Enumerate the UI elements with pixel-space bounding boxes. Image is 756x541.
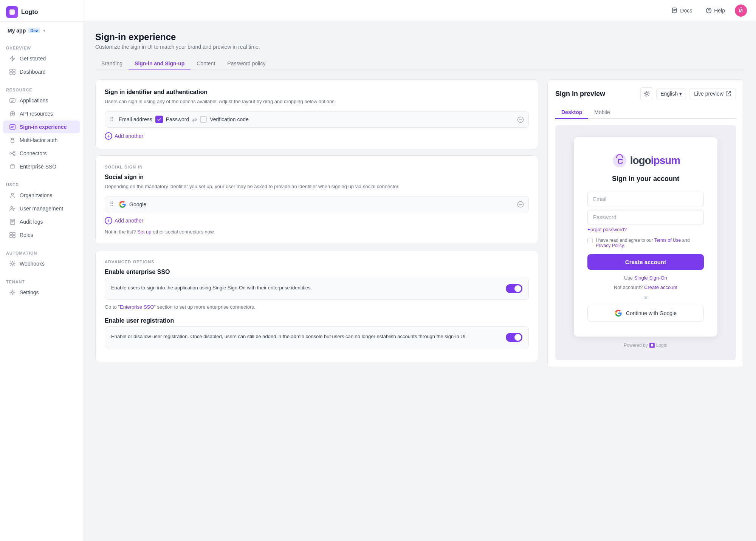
remove-button[interactable] — [517, 116, 524, 124]
sidebar-item-get-started[interactable]: Get started — [3, 52, 80, 65]
add-another-social-button[interactable]: + Add another — [105, 217, 143, 224]
theme-toggle-button[interactable] — [640, 87, 653, 100]
svg-rect-0 — [9, 9, 15, 15]
preview-tab-mobile[interactable]: Mobile — [588, 106, 616, 119]
tab-content[interactable]: Content — [191, 57, 221, 70]
bolt-icon — [9, 55, 16, 62]
topbar: Docs Help Й — [83, 0, 756, 21]
terms-of-use-link[interactable]: Terms of Use — [654, 238, 681, 243]
google-btn-icon — [615, 309, 622, 317]
advanced-options-card: ADVANCED OPTIONS Enable enterprise SSO E… — [95, 250, 538, 362]
sidebar-item-connectors[interactable]: Connectors — [3, 147, 80, 160]
sidebar-section-user: USER Organizations User management Audit… — [0, 176, 83, 245]
google-connector-name: Google — [129, 201, 146, 207]
preview-tab-desktop[interactable]: Desktop — [555, 106, 588, 119]
social-section-label: SOCIAL SIGN IN — [105, 165, 529, 169]
password-label: Password — [166, 116, 189, 122]
app-name: My app — [8, 28, 26, 34]
create-account-link[interactable]: Create account — [644, 284, 677, 290]
add-icon: + — [105, 132, 112, 140]
enterprise-sso-link[interactable]: Enterprise SSO — [120, 304, 154, 310]
forgot-password-link[interactable]: Forgot password? — [587, 227, 704, 232]
api-icon — [9, 110, 16, 117]
sidebar-item-settings[interactable]: Settings — [3, 286, 80, 299]
preview-frame: logoipsum Sign in your account Forgot pa… — [555, 125, 736, 360]
signin-experience-icon — [9, 124, 16, 130]
user-registration-toggle[interactable] — [506, 333, 522, 342]
sidebar-item-label: Get started — [20, 56, 46, 62]
remove-google-button[interactable] — [517, 200, 524, 208]
sidebar-item-label: Organizations — [20, 192, 52, 198]
brand-logo: logoipsum — [587, 152, 704, 169]
sso-link[interactable]: Single Sign-On — [634, 275, 667, 281]
chevron-down-icon: ▾ — [679, 91, 682, 97]
avatar[interactable]: Й — [735, 5, 747, 17]
sidebar-item-label: Applications — [20, 97, 48, 104]
sidebar: Logto My app Dev ▾ OVERVIEW Get started … — [0, 0, 83, 541]
brand-logo-text: logoipsum — [630, 155, 680, 167]
sidebar-item-api-resources[interactable]: API resources — [3, 107, 80, 120]
tab-branding[interactable]: Branding — [95, 57, 129, 70]
sidebar-item-enterprise-sso[interactable]: Enterprise SSO — [3, 160, 80, 173]
sidebar-section-resource: RESOURCE Applications API resources Sign… — [0, 82, 83, 176]
advanced-section-label: ADVANCED OPTIONS — [105, 260, 529, 264]
create-account-button[interactable]: Create account — [587, 254, 704, 270]
enterprise-sso-footer: Go to "Enterprise SSO" section to set up… — [105, 304, 529, 310]
powered-by: Powered by Logto — [624, 343, 667, 348]
drag-handle-icon[interactable]: ⠿ — [110, 116, 114, 123]
google-btn-label: Continue with Google — [626, 310, 677, 316]
sidebar-item-label: Settings — [20, 289, 39, 295]
svg-rect-17 — [13, 232, 15, 235]
sidebar-item-label: Webhooks — [20, 261, 45, 267]
signin-heading: Sign in your account — [587, 175, 704, 183]
tab-sign-in-sign-up[interactable]: Sign-in and Sign-up — [129, 57, 191, 70]
language-select[interactable]: English ▾ — [656, 88, 686, 99]
swap-icon[interactable]: ⇄ — [192, 116, 197, 123]
check-badge — [155, 116, 163, 123]
webhooks-icon — [9, 260, 16, 267]
sidebar-item-multi-factor-auth[interactable]: Multi-factor auth — [3, 134, 80, 147]
sidebar-item-roles[interactable]: Roles — [3, 229, 80, 241]
left-panel: Sign in identifier and authentication Us… — [95, 79, 538, 368]
svg-point-24 — [708, 11, 709, 12]
sidebar-item-user-management[interactable]: User management — [3, 202, 80, 215]
sidebar-item-dashboard[interactable]: Dashboard — [3, 65, 80, 78]
live-preview-button[interactable]: Live preview — [689, 88, 736, 99]
drag-handle-icon[interactable]: ⠿ — [110, 201, 114, 208]
add-icon: + — [105, 217, 112, 224]
sidebar-item-label: Sign-in experience — [20, 124, 67, 130]
tab-password-policy[interactable]: Password policy — [221, 57, 271, 70]
verification-checkbox[interactable] — [200, 116, 207, 123]
docs-label: Docs — [680, 8, 692, 14]
email-input[interactable] — [587, 192, 704, 206]
svg-point-11 — [14, 154, 15, 156]
docs-button[interactable]: Docs — [668, 5, 696, 16]
sidebar-item-label: Enterprise SSO — [20, 164, 56, 170]
help-button[interactable]: Help — [702, 5, 729, 16]
social-signin-card: SOCIAL SIGN IN Social sign in Depending … — [95, 155, 538, 244]
sidebar-item-label: Audit logs — [20, 219, 43, 225]
verification-label: Verification code — [210, 116, 249, 122]
password-input[interactable] — [587, 210, 704, 224]
add-another-identifier-button[interactable]: + Add another — [105, 132, 143, 140]
not-account-text: Not account? Create account — [587, 284, 704, 290]
sidebar-item-organizations[interactable]: Organizations — [3, 189, 80, 202]
organizations-icon — [9, 192, 16, 199]
setup-link[interactable]: Set up — [137, 229, 152, 235]
enterprise-sso-toggle[interactable] — [506, 284, 522, 293]
terms-checkbox[interactable] — [587, 238, 593, 243]
sidebar-item-sign-in-experience[interactable]: Sign-in experience — [3, 121, 80, 133]
svg-point-9 — [10, 153, 11, 154]
main-area: Docs Help Й Sign-in experience Customize… — [83, 0, 756, 541]
sidebar-item-applications[interactable]: Applications — [3, 94, 80, 107]
app-selector[interactable]: My app Dev ▾ — [3, 25, 80, 37]
privacy-policy-link[interactable]: Privacy Policy — [596, 243, 624, 248]
svg-point-10 — [14, 151, 15, 153]
continue-with-google-button[interactable]: Continue with Google — [587, 305, 704, 322]
logo-icon — [6, 6, 18, 18]
google-logo-icon — [119, 201, 126, 208]
sidebar-item-webhooks[interactable]: Webhooks — [3, 257, 80, 270]
logo-area: Logto — [0, 0, 83, 22]
svg-rect-19 — [13, 235, 15, 238]
sidebar-item-audit-logs[interactable]: Audit logs — [3, 215, 80, 228]
